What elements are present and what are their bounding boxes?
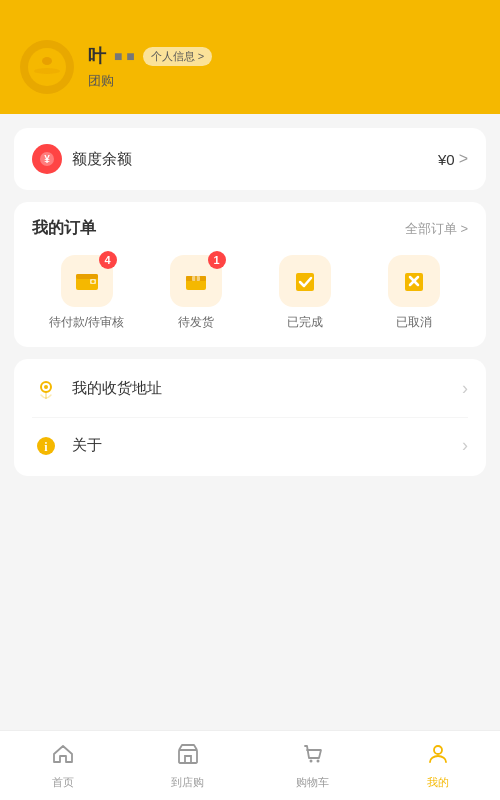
- order-label-3: 已完成: [287, 315, 323, 331]
- order-icon-bg-4: [388, 255, 440, 307]
- menu-item-about[interactable]: i 关于 ›: [32, 418, 468, 460]
- balance-amount: ¥0: [438, 151, 455, 168]
- balance-card: ¥ 额度余额 ¥0 >: [14, 128, 486, 190]
- all-orders-link[interactable]: 全部订单 >: [405, 220, 468, 238]
- menu-text-address: 我的收货地址: [72, 379, 462, 398]
- nav-item-store[interactable]: 到店购: [125, 731, 250, 800]
- bottom-nav: 首页 到店购 购物车 我的: [0, 730, 500, 800]
- home-icon: [51, 742, 75, 772]
- order-label-4: 已取消: [396, 315, 432, 331]
- balance-icon: ¥: [32, 144, 62, 174]
- balance-label: 额度余额: [72, 150, 132, 169]
- orders-card: 我的订单 全部订单 > 4 待付款/待审核: [14, 202, 486, 347]
- personal-tag[interactable]: 个人信息 >: [143, 47, 212, 66]
- nav-item-cart[interactable]: 购物车: [250, 731, 375, 800]
- order-icon-wrap-4: [388, 255, 440, 307]
- avatar[interactable]: [20, 40, 74, 94]
- svg-point-24: [316, 759, 319, 762]
- svg-rect-14: [296, 273, 314, 291]
- location-icon: [36, 379, 56, 399]
- wallet-icon: [73, 267, 101, 295]
- svg-text:¥: ¥: [44, 154, 50, 165]
- user-name-hidden: ■ ■: [114, 48, 135, 64]
- order-label-1: 待付款/待审核: [49, 315, 124, 331]
- svg-point-19: [44, 385, 48, 389]
- svg-point-9: [91, 280, 94, 283]
- about-chevron: ›: [462, 435, 468, 456]
- user-name-row: 叶 ■ ■ 个人信息 >: [88, 44, 480, 68]
- complete-icon: [291, 267, 319, 295]
- order-label-2: 待发货: [178, 315, 214, 331]
- svg-point-3: [34, 68, 60, 74]
- cancel-icon: [400, 267, 428, 295]
- order-item-cancelled[interactable]: 已取消: [374, 255, 454, 331]
- about-icon-circle: i: [32, 432, 60, 460]
- nav-item-mine[interactable]: 我的: [375, 731, 500, 800]
- cart-icon: [301, 742, 325, 772]
- user-info: 叶 ■ ■ 个人信息 > 团购: [88, 44, 480, 90]
- address-icon-circle: [32, 375, 60, 403]
- balance-row[interactable]: ¥ 额度余额 ¥0 >: [32, 144, 468, 174]
- nav-label-home: 首页: [52, 775, 74, 790]
- order-item-completed[interactable]: 已完成: [265, 255, 345, 331]
- avatar-inner: [28, 48, 66, 86]
- order-icons: 4 待付款/待审核 1 待发货: [32, 255, 468, 331]
- nav-item-home[interactable]: 首页: [0, 731, 125, 800]
- menu-card: 我的收货地址 › i 关于 ›: [14, 359, 486, 476]
- hat-icon: [31, 51, 63, 83]
- order-icon-wrap-3: [279, 255, 331, 307]
- order-icon-bg-3: [279, 255, 331, 307]
- svg-point-2: [42, 57, 52, 65]
- main-content: ¥ 额度余额 ¥0 > 我的订单 全部订单 >: [0, 114, 500, 490]
- nav-label-mine: 我的: [427, 775, 449, 790]
- store-icon: [176, 742, 200, 772]
- order-icon-wrap-1: 4: [61, 255, 113, 307]
- svg-point-25: [434, 746, 442, 754]
- header-section: 叶 ■ ■ 个人信息 > 团购: [0, 0, 500, 114]
- mine-icon: [426, 742, 450, 772]
- svg-rect-7: [76, 274, 98, 279]
- info-icon: i: [36, 436, 56, 456]
- orders-title: 我的订单: [32, 218, 96, 239]
- order-icon-wrap-2: 1: [170, 255, 222, 307]
- menu-text-about: 关于: [72, 436, 462, 455]
- nav-label-store: 到店购: [171, 775, 204, 790]
- svg-point-23: [309, 759, 312, 762]
- order-item-pending-ship[interactable]: 1 待发货: [156, 255, 236, 331]
- user-name: 叶: [88, 44, 106, 68]
- order-badge-1: 4: [99, 251, 117, 269]
- orders-header: 我的订单 全部订单 >: [32, 218, 468, 239]
- nav-label-cart: 购物车: [296, 775, 329, 790]
- balance-right: ¥0 >: [438, 150, 468, 168]
- box-icon: [182, 267, 210, 295]
- balance-left: ¥ 额度余额: [32, 144, 132, 174]
- coin-icon: ¥: [39, 151, 55, 167]
- user-role: 团购: [88, 72, 480, 90]
- address-chevron: ›: [462, 378, 468, 399]
- balance-chevron: >: [459, 150, 468, 168]
- order-badge-2: 1: [208, 251, 226, 269]
- order-item-pending-pay[interactable]: 4 待付款/待审核: [47, 255, 127, 331]
- menu-item-address[interactable]: 我的收货地址 ›: [32, 375, 468, 418]
